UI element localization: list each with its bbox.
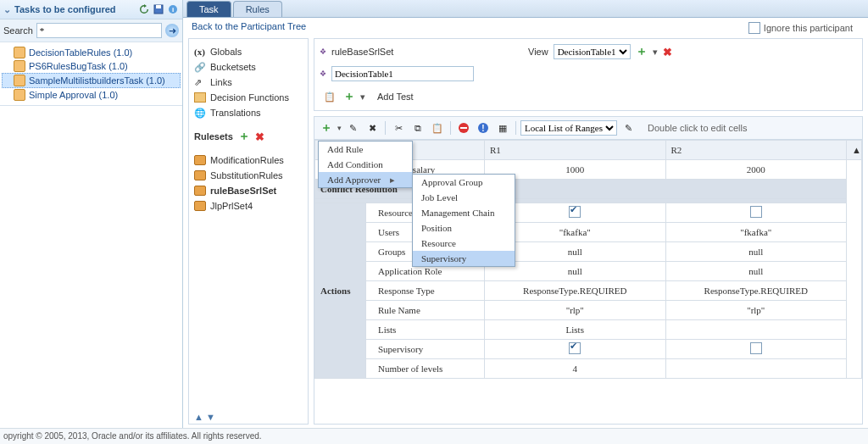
menu-item[interactable]: Add Approver (319, 172, 412, 187)
task-tree-item[interactable]: PS6RulesBugTask (1.0) (2, 59, 181, 73)
action-row-label[interactable]: Response Type (366, 281, 485, 301)
task-label: PS6RulesBugTask (1.0) (29, 61, 128, 71)
action-cell[interactable] (665, 359, 847, 379)
left-panel-title: Tasks to be configured (14, 4, 116, 14)
add-icon[interactable]: ＋ (318, 119, 335, 136)
dropdown-icon[interactable]: ▾ (360, 92, 365, 103)
nav-item[interactable]: Decision Functions (194, 90, 303, 105)
rule-col[interactable]: R1 (485, 141, 666, 160)
ruleset-item[interactable]: SubstitutionRules (194, 168, 303, 183)
action-cell[interactable]: 4 (485, 359, 666, 379)
paste-icon[interactable]: 📋 (321, 88, 338, 105)
paste-icon[interactable]: 📋 (429, 119, 446, 136)
copy-icon[interactable]: ⧉ (409, 119, 426, 136)
action-cell[interactable] (665, 203, 847, 223)
task-tree-item[interactable]: Simple Approval (1.0) (2, 88, 181, 102)
tab-task[interactable]: Task (186, 1, 231, 17)
action-cell[interactable]: "rlp" (485, 301, 666, 320)
delete-ruleset-icon[interactable]: ✖ (255, 130, 264, 143)
action-cell[interactable]: "rlp" (665, 301, 847, 320)
ruleset-item[interactable]: JlpPrlSet4 (194, 198, 303, 214)
expand-icon[interactable]: ❖ (320, 69, 326, 78)
expand-icon[interactable]: ❖ (320, 47, 326, 56)
action-cell[interactable]: "fkafka" (665, 223, 847, 242)
decision-table-name-input[interactable] (331, 66, 474, 81)
submenu-item[interactable]: Approval Group (413, 175, 515, 190)
nav-label: Translations (210, 108, 261, 118)
action-cell[interactable] (665, 340, 847, 359)
nav-item[interactable]: 🔗Bucketsets (194, 59, 303, 75)
submenu-item[interactable]: Resource (413, 236, 515, 251)
search-input[interactable] (36, 23, 162, 38)
submenu-item[interactable]: Management Chain (413, 205, 515, 220)
go-icon[interactable]: ➜ (165, 24, 179, 37)
submenu-item[interactable]: Supervisory (413, 251, 515, 266)
alert-icon[interactable]: ! (475, 119, 492, 136)
add-test-icon[interactable]: ＋ (343, 89, 355, 104)
refresh-icon[interactable] (138, 3, 150, 15)
menu-item[interactable]: Add Condition (319, 157, 412, 172)
range-select[interactable]: Local List of Ranges (520, 120, 617, 136)
action-row-label[interactable]: Number of levels (366, 359, 485, 379)
task-tree-item[interactable]: DecisionTableRules (1.0) (2, 46, 181, 59)
approver-submenu[interactable]: Approval GroupJob LevelManagement ChainP… (412, 174, 515, 267)
link-icon: ⇗ (194, 77, 206, 87)
edit-range-icon[interactable]: ✎ (620, 119, 637, 136)
action-row-label[interactable]: Supervisory (366, 340, 485, 359)
edit-icon[interactable]: ✎ (344, 119, 361, 136)
add-ruleset-icon[interactable]: ＋ (238, 129, 250, 144)
scroll-up-icon[interactable]: ▲ (847, 141, 862, 160)
submenu-item[interactable]: Job Level (413, 190, 515, 205)
action-row-label[interactable]: Lists (366, 320, 485, 340)
checkbox-icon[interactable] (569, 342, 581, 354)
task-tree: DecisionTableRules (1.0)PS6RulesBugTask … (0, 42, 182, 106)
nav-label: Links (210, 77, 232, 87)
task-icon (14, 75, 25, 86)
nav-label: Bucketsets (210, 62, 256, 72)
checkbox-icon[interactable] (569, 206, 581, 218)
ruleset-item[interactable]: ruleBaseSrlSet (194, 183, 303, 198)
tab-rules[interactable]: Rules (233, 1, 282, 17)
submenu-item[interactable]: Position (413, 220, 515, 236)
delete-view-icon[interactable]: ✖ (663, 46, 672, 58)
save-icon[interactable] (153, 3, 164, 15)
action-row-label[interactable]: Rule Name (366, 301, 485, 320)
action-cell[interactable]: ResponseType.REQUIRED (665, 281, 847, 301)
menu-item[interactable]: Add Rule (319, 142, 412, 157)
dropdown-icon[interactable]: ▾ (337, 124, 342, 132)
nav-item[interactable]: (x)Globals (194, 44, 303, 59)
action-cell[interactable]: Lists (485, 320, 666, 340)
checkbox-icon[interactable] (750, 206, 762, 218)
checkbox-icon[interactable] (750, 342, 762, 354)
grid-icon[interactable]: ▦ (494, 119, 511, 136)
action-cell[interactable]: null (665, 242, 847, 262)
action-cell[interactable]: null (665, 262, 847, 281)
inner-left-nav[interactable]: ▲ ▼ (194, 412, 215, 422)
ignore-participant-label: Ignore this participant (764, 23, 853, 33)
cond-cell[interactable]: 2000 (665, 160, 847, 180)
actions-section: Actions (315, 203, 366, 379)
collapse-icon[interactable]: ⌄ (3, 4, 11, 15)
x-icon: (x) (194, 47, 206, 57)
info-icon[interactable]: i (167, 3, 179, 15)
ruleset-item[interactable]: ModificationRules (194, 153, 303, 168)
ruleset-label: JlpPrlSet4 (210, 201, 253, 211)
ignore-participant-checkbox[interactable] (748, 22, 760, 34)
view-select[interactable]: DecisionTable1 (554, 44, 631, 59)
nav-item[interactable]: ⇗Links (194, 75, 303, 90)
svg-text:i: i (172, 6, 174, 14)
action-cell[interactable] (485, 340, 666, 359)
add-view-icon[interactable]: ＋ (636, 44, 648, 59)
action-cell[interactable] (665, 320, 847, 340)
nav-item[interactable]: 🌐Translations (194, 105, 303, 120)
cut-icon[interactable]: ✂ (390, 119, 407, 136)
dropdown-icon[interactable]: ▾ (653, 47, 658, 58)
no-entry-icon[interactable] (455, 119, 472, 136)
action-cell[interactable]: ResponseType.REQUIRED (485, 281, 666, 301)
add-menu[interactable]: Add RuleAdd ConditionAdd ApproverApprova… (318, 141, 413, 188)
delete-icon[interactable]: ✖ (364, 119, 381, 136)
rule-col[interactable]: R2 (665, 141, 847, 160)
rulebase-name: ruleBaseSrlSet (331, 47, 484, 57)
add-test-label[interactable]: Add Test (377, 92, 414, 102)
task-tree-item[interactable]: SampleMultilistbuildersTask (1.0) (2, 73, 181, 88)
